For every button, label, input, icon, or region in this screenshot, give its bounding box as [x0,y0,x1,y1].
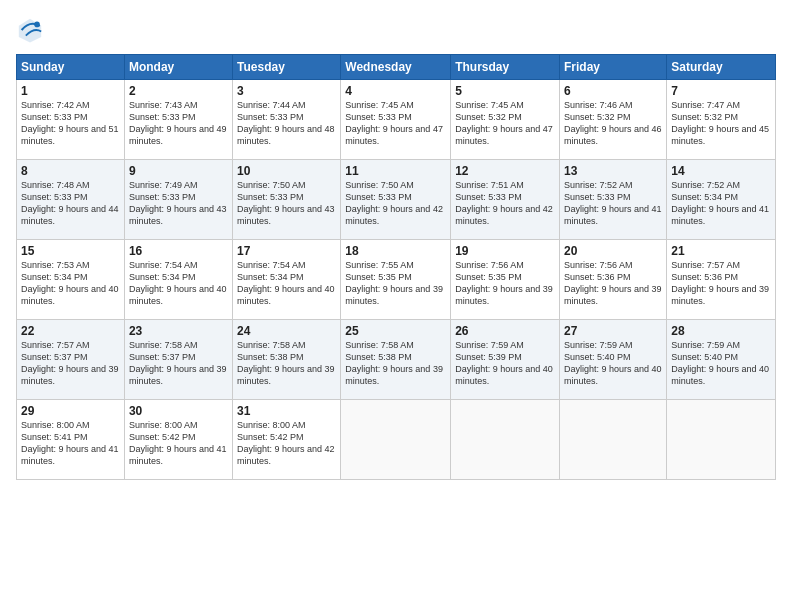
day-info: Sunrise: 7:57 AMSunset: 5:36 PMDaylight:… [671,260,769,306]
day-number: 7 [671,84,771,98]
day-info: Sunrise: 7:42 AMSunset: 5:33 PMDaylight:… [21,100,119,146]
day-info: Sunrise: 7:47 AMSunset: 5:32 PMDaylight:… [671,100,769,146]
day-number: 10 [237,164,336,178]
calendar-cell: 2 Sunrise: 7:43 AMSunset: 5:33 PMDayligh… [124,80,232,160]
day-number: 25 [345,324,446,338]
weekday-header-friday: Friday [560,55,667,80]
day-number: 9 [129,164,228,178]
calendar-cell: 28 Sunrise: 7:59 AMSunset: 5:40 PMDaylig… [667,320,776,400]
calendar-cell: 9 Sunrise: 7:49 AMSunset: 5:33 PMDayligh… [124,160,232,240]
calendar-cell: 11 Sunrise: 7:50 AMSunset: 5:33 PMDaylig… [341,160,451,240]
day-number: 27 [564,324,662,338]
calendar-cell: 24 Sunrise: 7:58 AMSunset: 5:38 PMDaylig… [233,320,341,400]
day-info: Sunrise: 7:59 AMSunset: 5:39 PMDaylight:… [455,340,553,386]
day-number: 12 [455,164,555,178]
calendar-cell: 19 Sunrise: 7:56 AMSunset: 5:35 PMDaylig… [451,240,560,320]
calendar-cell: 12 Sunrise: 7:51 AMSunset: 5:33 PMDaylig… [451,160,560,240]
day-info: Sunrise: 7:59 AMSunset: 5:40 PMDaylight:… [671,340,769,386]
weekday-header-thursday: Thursday [451,55,560,80]
day-number: 11 [345,164,446,178]
day-number: 31 [237,404,336,418]
weekday-header-sunday: Sunday [17,55,125,80]
day-info: Sunrise: 8:00 AMSunset: 5:42 PMDaylight:… [237,420,335,466]
calendar-cell: 31 Sunrise: 8:00 AMSunset: 5:42 PMDaylig… [233,400,341,480]
day-info: Sunrise: 7:52 AMSunset: 5:33 PMDaylight:… [564,180,662,226]
calendar-cell: 5 Sunrise: 7:45 AMSunset: 5:32 PMDayligh… [451,80,560,160]
day-info: Sunrise: 7:58 AMSunset: 5:38 PMDaylight:… [345,340,443,386]
day-number: 14 [671,164,771,178]
day-info: Sunrise: 7:55 AMSunset: 5:35 PMDaylight:… [345,260,443,306]
logo-icon [16,16,44,44]
calendar-cell [667,400,776,480]
calendar-cell: 29 Sunrise: 8:00 AMSunset: 5:41 PMDaylig… [17,400,125,480]
calendar-cell: 16 Sunrise: 7:54 AMSunset: 5:34 PMDaylig… [124,240,232,320]
calendar-cell: 3 Sunrise: 7:44 AMSunset: 5:33 PMDayligh… [233,80,341,160]
calendar-cell: 10 Sunrise: 7:50 AMSunset: 5:33 PMDaylig… [233,160,341,240]
day-info: Sunrise: 7:45 AMSunset: 5:32 PMDaylight:… [455,100,553,146]
calendar-cell [451,400,560,480]
day-info: Sunrise: 7:58 AMSunset: 5:38 PMDaylight:… [237,340,335,386]
day-number: 30 [129,404,228,418]
day-number: 23 [129,324,228,338]
day-number: 3 [237,84,336,98]
day-number: 28 [671,324,771,338]
calendar-cell: 22 Sunrise: 7:57 AMSunset: 5:37 PMDaylig… [17,320,125,400]
day-info: Sunrise: 7:53 AMSunset: 5:34 PMDaylight:… [21,260,119,306]
day-number: 13 [564,164,662,178]
day-info: Sunrise: 8:00 AMSunset: 5:42 PMDaylight:… [129,420,227,466]
day-number: 22 [21,324,120,338]
day-number: 24 [237,324,336,338]
calendar-cell: 15 Sunrise: 7:53 AMSunset: 5:34 PMDaylig… [17,240,125,320]
svg-point-1 [34,22,40,28]
day-number: 19 [455,244,555,258]
day-info: Sunrise: 7:54 AMSunset: 5:34 PMDaylight:… [129,260,227,306]
day-number: 6 [564,84,662,98]
day-info: Sunrise: 7:48 AMSunset: 5:33 PMDaylight:… [21,180,119,226]
calendar: SundayMondayTuesdayWednesdayThursdayFrid… [16,54,776,480]
day-info: Sunrise: 7:54 AMSunset: 5:34 PMDaylight:… [237,260,335,306]
calendar-cell: 17 Sunrise: 7:54 AMSunset: 5:34 PMDaylig… [233,240,341,320]
day-info: Sunrise: 7:52 AMSunset: 5:34 PMDaylight:… [671,180,769,226]
calendar-cell: 6 Sunrise: 7:46 AMSunset: 5:32 PMDayligh… [560,80,667,160]
day-number: 29 [21,404,120,418]
day-info: Sunrise: 7:49 AMSunset: 5:33 PMDaylight:… [129,180,227,226]
header [16,16,776,44]
calendar-cell: 7 Sunrise: 7:47 AMSunset: 5:32 PMDayligh… [667,80,776,160]
day-info: Sunrise: 7:45 AMSunset: 5:33 PMDaylight:… [345,100,443,146]
calendar-cell: 30 Sunrise: 8:00 AMSunset: 5:42 PMDaylig… [124,400,232,480]
calendar-cell: 1 Sunrise: 7:42 AMSunset: 5:33 PMDayligh… [17,80,125,160]
calendar-cell [341,400,451,480]
day-info: Sunrise: 7:50 AMSunset: 5:33 PMDaylight:… [237,180,335,226]
day-number: 5 [455,84,555,98]
day-number: 18 [345,244,446,258]
day-number: 20 [564,244,662,258]
day-number: 26 [455,324,555,338]
calendar-cell: 4 Sunrise: 7:45 AMSunset: 5:33 PMDayligh… [341,80,451,160]
day-info: Sunrise: 7:56 AMSunset: 5:35 PMDaylight:… [455,260,553,306]
calendar-cell: 27 Sunrise: 7:59 AMSunset: 5:40 PMDaylig… [560,320,667,400]
day-info: Sunrise: 7:51 AMSunset: 5:33 PMDaylight:… [455,180,553,226]
day-number: 1 [21,84,120,98]
weekday-header-wednesday: Wednesday [341,55,451,80]
calendar-cell: 25 Sunrise: 7:58 AMSunset: 5:38 PMDaylig… [341,320,451,400]
day-number: 17 [237,244,336,258]
day-number: 4 [345,84,446,98]
weekday-header-saturday: Saturday [667,55,776,80]
day-info: Sunrise: 7:57 AMSunset: 5:37 PMDaylight:… [21,340,119,386]
logo [16,16,48,44]
calendar-cell: 8 Sunrise: 7:48 AMSunset: 5:33 PMDayligh… [17,160,125,240]
day-number: 16 [129,244,228,258]
calendar-cell [560,400,667,480]
calendar-cell: 20 Sunrise: 7:56 AMSunset: 5:36 PMDaylig… [560,240,667,320]
day-info: Sunrise: 7:50 AMSunset: 5:33 PMDaylight:… [345,180,443,226]
page: SundayMondayTuesdayWednesdayThursdayFrid… [0,0,792,612]
weekday-header-monday: Monday [124,55,232,80]
day-info: Sunrise: 7:44 AMSunset: 5:33 PMDaylight:… [237,100,335,146]
calendar-cell: 14 Sunrise: 7:52 AMSunset: 5:34 PMDaylig… [667,160,776,240]
day-info: Sunrise: 7:46 AMSunset: 5:32 PMDaylight:… [564,100,662,146]
weekday-header-tuesday: Tuesday [233,55,341,80]
day-number: 21 [671,244,771,258]
day-info: Sunrise: 7:56 AMSunset: 5:36 PMDaylight:… [564,260,662,306]
day-number: 2 [129,84,228,98]
day-info: Sunrise: 7:43 AMSunset: 5:33 PMDaylight:… [129,100,227,146]
